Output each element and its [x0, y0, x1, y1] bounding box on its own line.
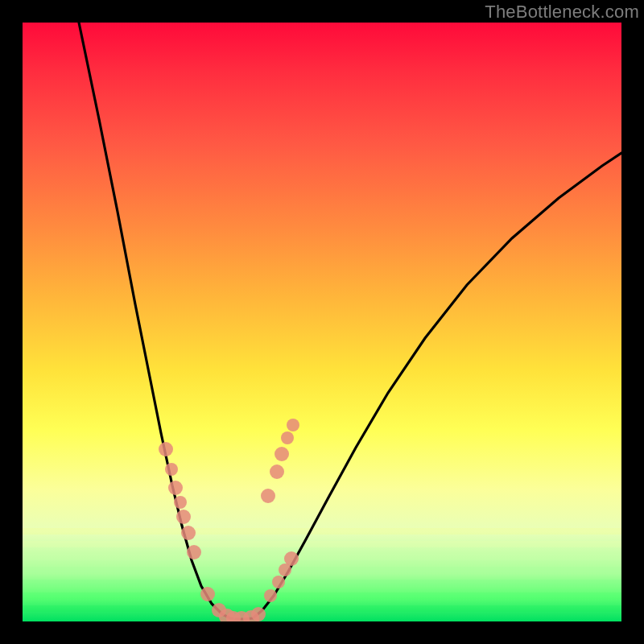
scatter-dots [159, 419, 299, 621]
scatter-dot [264, 589, 277, 602]
scatter-dot [200, 587, 215, 601]
scatter-dot [159, 442, 173, 456]
bottleneck-curve [79, 23, 621, 619]
scatter-dot [251, 607, 266, 621]
curve-layer [23, 23, 621, 621]
scatter-dot [168, 481, 183, 495]
scatter-dot [275, 447, 289, 461]
scatter-dot [181, 526, 196, 540]
scatter-dot [174, 496, 187, 509]
watermark-label: TheBottleneck.com [485, 2, 639, 23]
scatter-dot [176, 510, 191, 524]
scatter-dot [281, 431, 294, 444]
scatter-dot [261, 489, 275, 503]
scatter-dot [187, 545, 201, 559]
scatter-dot [287, 419, 299, 431]
scatter-dot [165, 463, 178, 476]
plot-area [23, 23, 621, 621]
scatter-dot [279, 564, 291, 576]
scatter-dot [272, 576, 285, 588]
chart-frame: TheBottleneck.com [0, 0, 644, 644]
scatter-dot [270, 464, 284, 479]
